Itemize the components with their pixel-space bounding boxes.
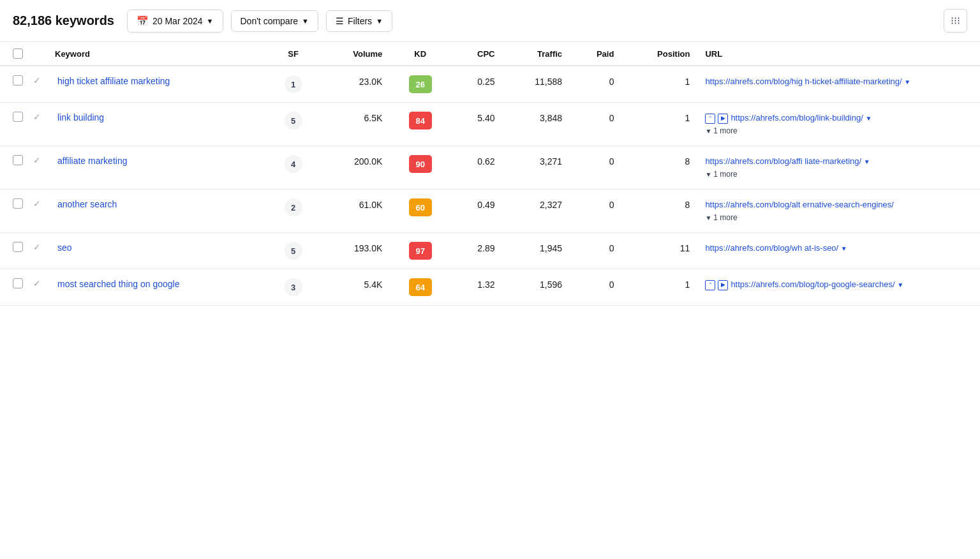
table-header-row: Keyword SF Volume KD CPC Traffic Paid Po… xyxy=(0,42,980,66)
chevron-down-icon: ▼ xyxy=(705,126,711,136)
keyword-cell: affiliate marketing xyxy=(50,146,267,190)
kd-cell: 84 xyxy=(390,103,450,146)
kd-cell: 90 xyxy=(390,146,450,190)
row-checkbox-cell xyxy=(0,233,31,269)
sf-cell: 5 xyxy=(267,233,320,269)
sf-badge: 4 xyxy=(285,155,302,173)
url-link[interactable]: https://ahrefs.com/blog/wh at-is-seo/ xyxy=(705,243,838,253)
position-cell: 1 xyxy=(621,269,697,306)
volume-cell: 5.4K xyxy=(320,269,390,306)
kd-cell: 97 xyxy=(390,233,450,269)
citation-icon: “ xyxy=(705,114,715,124)
sf-badge: 3 xyxy=(285,278,302,296)
row-checkbox[interactable] xyxy=(13,112,23,122)
row-check-cell: ✓ xyxy=(31,190,50,233)
more-link[interactable]: ▼ 1 more xyxy=(705,168,737,180)
keywords-count: 82,186 keywords xyxy=(13,13,114,28)
compare-button[interactable]: Don't compare ▼ xyxy=(231,10,319,32)
row-check-cell: ✓ xyxy=(31,233,50,269)
keyword-link[interactable]: another search xyxy=(57,199,117,209)
position-cell: 8 xyxy=(621,146,697,190)
row-checkbox[interactable] xyxy=(13,198,23,209)
th-paid: Paid xyxy=(570,42,621,66)
row-check-cell: ✓ xyxy=(31,66,50,103)
cpc-cell: 1.32 xyxy=(450,269,502,306)
row-check-cell: ✓ xyxy=(31,146,50,190)
cpc-cell: 0.62 xyxy=(450,146,502,190)
url-dropdown-icon[interactable]: ▼ xyxy=(904,78,910,86)
compare-label: Don't compare xyxy=(241,16,299,26)
th-cpc: CPC xyxy=(450,42,502,66)
volume-cell: 23.0K xyxy=(320,66,390,103)
row-checkbox[interactable] xyxy=(13,278,23,288)
url-cell: https://ahrefs.com/blog/affi liate-marke… xyxy=(697,146,980,190)
row-checkbox[interactable] xyxy=(13,75,23,86)
th-kd: KD xyxy=(390,42,450,66)
citation-icon: “ xyxy=(705,280,715,290)
row-checkbox-cell xyxy=(0,190,31,233)
th-position: Position xyxy=(621,42,697,66)
keyword-link[interactable]: seo xyxy=(57,242,72,253)
url-dropdown-icon[interactable]: ▼ xyxy=(897,281,903,288)
filters-button[interactable]: ☰ Filters ▼ xyxy=(326,10,392,32)
cpc-cell: 2.89 xyxy=(450,233,502,269)
position-cell: 1 xyxy=(621,66,697,103)
url-link[interactable]: https://ahrefs.com/blog/link-building/ xyxy=(731,113,863,123)
more-link[interactable]: ▼ 1 more xyxy=(705,125,737,137)
row-checkbox-cell xyxy=(0,146,31,190)
keyword-link[interactable]: affiliate marketing xyxy=(57,156,127,166)
select-all-checkbox[interactable] xyxy=(13,48,23,59)
url-cell: https://ahrefs.com/blog/alt ernative-sea… xyxy=(697,190,980,233)
row-checkbox[interactable] xyxy=(13,242,23,252)
position-cell: 1 xyxy=(621,103,697,146)
keyword-cell: another search xyxy=(50,190,267,233)
kd-badge: 97 xyxy=(409,242,432,260)
traffic-cell: 11,588 xyxy=(502,66,570,103)
volume-cell: 6.5K xyxy=(320,103,390,146)
chevron-down-icon: ▼ xyxy=(376,17,383,25)
url-link[interactable]: https://ahrefs.com/blog/alt ernative-sea… xyxy=(705,200,894,209)
url-link[interactable]: https://ahrefs.com/blog/top-google-searc… xyxy=(731,280,895,289)
image-icon: ▶ xyxy=(718,114,728,124)
url-link[interactable]: https://ahrefs.com/blog/hig h-ticket-aff… xyxy=(705,77,902,86)
kd-cell: 60 xyxy=(390,190,450,233)
keyword-link[interactable]: most searched thing on google xyxy=(57,279,179,289)
traffic-cell: 1,945 xyxy=(502,233,570,269)
volume-cell: 200.0K xyxy=(320,146,390,190)
grid-view-button[interactable]: ⁝⁝⁝ xyxy=(944,9,967,33)
cpc-cell: 0.49 xyxy=(450,190,502,233)
paid-cell: 0 xyxy=(570,66,621,103)
sf-cell: 5 xyxy=(267,103,320,146)
paid-cell: 0 xyxy=(570,103,621,146)
keyword-link[interactable]: link building xyxy=(57,112,104,123)
url-icons: “ ▶ xyxy=(705,280,728,290)
traffic-cell: 3,848 xyxy=(502,103,570,146)
grid-icon: ⁝⁝⁝ xyxy=(951,15,960,26)
url-link[interactable]: https://ahrefs.com/blog/affi liate-marke… xyxy=(705,156,861,166)
more-link[interactable]: ▼ 1 more xyxy=(705,212,737,223)
chevron-down-icon: ▼ xyxy=(207,17,214,25)
url-dropdown-icon[interactable]: ▼ xyxy=(864,158,870,165)
table-row: ✓ most searched thing on google 3 5.4K 6… xyxy=(0,269,980,306)
keyword-cell: most searched thing on google xyxy=(50,269,267,306)
table-row: ✓ affiliate marketing 4 200.0K 90 0.62 3… xyxy=(0,146,980,190)
table-row: ✓ seo 5 193.0K 97 2.89 1,945 0 11 https:… xyxy=(0,233,980,269)
keyword-link[interactable]: high ticket affiliate marketing xyxy=(57,76,170,86)
paid-cell: 0 xyxy=(570,269,621,306)
date-button[interactable]: 📅 20 Mar 2024 ▼ xyxy=(127,10,223,33)
sf-cell: 3 xyxy=(267,269,320,306)
traffic-cell: 1,596 xyxy=(502,269,570,306)
chevron-down-icon: ▼ xyxy=(705,170,711,179)
keywords-table: Keyword SF Volume KD CPC Traffic Paid Po… xyxy=(0,42,980,306)
kd-badge: 60 xyxy=(409,198,432,216)
paid-cell: 0 xyxy=(570,233,621,269)
row-checkbox[interactable] xyxy=(13,155,23,165)
check-icon: ✓ xyxy=(33,278,41,288)
th-volume: Volume xyxy=(320,42,390,66)
url-dropdown-icon[interactable]: ▼ xyxy=(841,245,847,252)
keyword-cell: seo xyxy=(50,233,267,269)
row-check-cell: ✓ xyxy=(31,103,50,146)
url-dropdown-icon[interactable]: ▼ xyxy=(865,115,872,122)
check-icon: ✓ xyxy=(33,198,41,209)
sf-badge: 2 xyxy=(285,198,302,216)
